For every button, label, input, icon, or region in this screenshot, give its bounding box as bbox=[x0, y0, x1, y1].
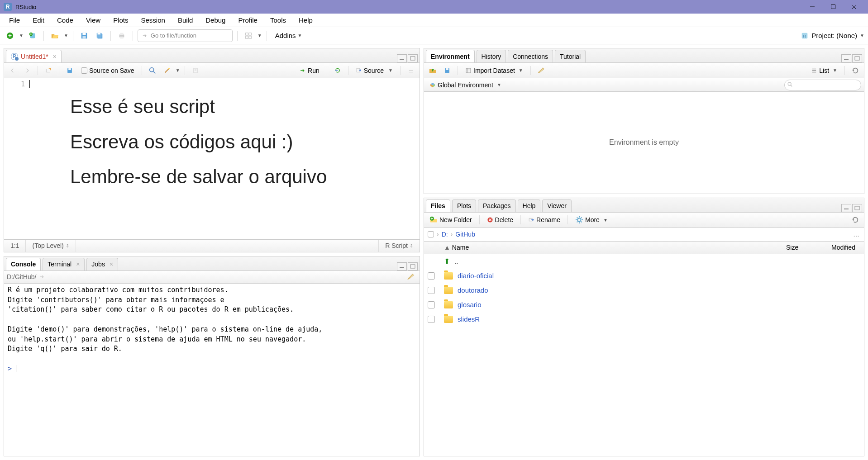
source-on-save-toggle[interactable]: Source on Save bbox=[78, 66, 137, 76]
select-all-checkbox[interactable] bbox=[428, 231, 434, 237]
tab-jobs[interactable]: Jobs× bbox=[86, 258, 118, 270]
pane-minimize-button[interactable] bbox=[841, 54, 851, 62]
load-workspace-button[interactable] bbox=[427, 65, 439, 76]
menu-profile[interactable]: Profile bbox=[232, 14, 264, 26]
close-icon[interactable]: × bbox=[53, 53, 57, 60]
rename-button[interactable]: Rename bbox=[525, 215, 563, 225]
addins-menu[interactable]: Addins▼ bbox=[272, 30, 306, 41]
menu-edit[interactable]: Edit bbox=[26, 14, 51, 26]
save-button[interactable] bbox=[78, 29, 91, 42]
breadcrumb-folder[interactable]: GitHub bbox=[455, 231, 475, 238]
back-button[interactable] bbox=[7, 65, 19, 76]
env-search[interactable] bbox=[784, 80, 861, 90]
pane-minimize-button[interactable] bbox=[397, 54, 407, 62]
tab-files[interactable]: Files bbox=[426, 199, 450, 212]
row-checkbox[interactable] bbox=[428, 316, 435, 323]
language-selector[interactable]: R Script ⇕ bbox=[378, 240, 420, 252]
menu-build[interactable]: Build bbox=[172, 14, 199, 26]
files-row[interactable]: diario-oficial bbox=[424, 269, 864, 283]
tab-environment[interactable]: Environment bbox=[426, 50, 475, 62]
open-file-button[interactable] bbox=[48, 29, 61, 42]
env-scope-menu[interactable]: Global Environment▼ bbox=[427, 80, 504, 90]
pane-maximize-button[interactable] bbox=[852, 54, 862, 62]
wand-button[interactable] bbox=[161, 65, 173, 76]
outline-button[interactable] bbox=[405, 65, 417, 76]
breadcrumb-drive[interactable]: D: bbox=[442, 231, 448, 238]
tab-tutorial[interactable]: Tutorial bbox=[555, 50, 586, 62]
tab-plots[interactable]: Plots bbox=[452, 199, 476, 212]
tab-help[interactable]: Help bbox=[518, 199, 541, 212]
arrow-right-icon[interactable] bbox=[39, 274, 45, 280]
pane-maximize-button[interactable] bbox=[408, 262, 418, 270]
close-icon[interactable]: × bbox=[76, 261, 80, 268]
source-button[interactable]: Source▼ bbox=[353, 66, 396, 76]
pane-maximize-button[interactable] bbox=[852, 204, 862, 212]
code-editor[interactable]: 1 Esse é seu script Escreva os códigos a… bbox=[4, 78, 420, 239]
tab-terminal[interactable]: Terminal× bbox=[43, 258, 85, 270]
scope-selector[interactable]: (Top Level) ⇕ bbox=[26, 240, 76, 252]
row-checkbox[interactable] bbox=[428, 272, 435, 280]
chevron-down-icon[interactable]: ▼ bbox=[176, 68, 180, 73]
chevron-down-icon[interactable]: ▼ bbox=[64, 33, 68, 38]
goto-file-input[interactable]: Go to file/function bbox=[138, 29, 233, 42]
print-button[interactable] bbox=[115, 29, 128, 42]
clear-env-button[interactable] bbox=[535, 65, 547, 76]
refresh-button[interactable] bbox=[849, 65, 861, 76]
tab-packages[interactable]: Packages bbox=[478, 199, 515, 212]
save-all-button[interactable] bbox=[93, 29, 106, 42]
file-name[interactable]: glosario bbox=[458, 301, 482, 308]
files-row[interactable]: slidesR bbox=[424, 312, 864, 327]
window-minimize-button[interactable] bbox=[802, 0, 823, 14]
col-modified[interactable]: Modified bbox=[828, 244, 864, 251]
find-button[interactable] bbox=[147, 65, 158, 76]
tab-viewer[interactable]: Viewer bbox=[542, 199, 572, 212]
chevron-down-icon[interactable]: ▼ bbox=[258, 33, 262, 38]
files-row[interactable]: glosario bbox=[424, 298, 864, 312]
menu-view[interactable]: View bbox=[80, 14, 107, 26]
file-name[interactable]: slidesR bbox=[458, 315, 480, 323]
col-size[interactable]: Size bbox=[782, 244, 828, 251]
new-project-button[interactable] bbox=[26, 29, 39, 42]
notebook-button[interactable] bbox=[190, 65, 201, 76]
clear-console-button[interactable] bbox=[405, 271, 417, 283]
close-icon[interactable]: × bbox=[110, 261, 113, 268]
file-name[interactable]: doutorado bbox=[458, 286, 488, 294]
files-row[interactable]: doutorado bbox=[424, 283, 864, 298]
cursor-position[interactable]: 1:1 bbox=[4, 240, 26, 252]
rerun-button[interactable] bbox=[332, 65, 343, 76]
row-checkbox[interactable] bbox=[428, 287, 435, 294]
menu-file[interactable]: File bbox=[3, 14, 26, 26]
view-mode-menu[interactable]: List▼ bbox=[808, 66, 840, 76]
console-path[interactable]: D:/GitHub/ bbox=[7, 273, 36, 280]
pane-minimize-button[interactable] bbox=[841, 204, 851, 212]
row-checkbox[interactable] bbox=[428, 301, 435, 308]
refresh-files-button[interactable] bbox=[849, 214, 861, 226]
show-in-new-window-button[interactable] bbox=[43, 65, 54, 76]
run-button[interactable]: Run bbox=[297, 66, 322, 76]
tab-history[interactable]: History bbox=[477, 50, 506, 62]
menu-session[interactable]: Session bbox=[135, 14, 172, 26]
chevron-down-icon[interactable]: ▼ bbox=[19, 33, 24, 38]
delete-button[interactable]: Delete bbox=[484, 215, 516, 225]
project-menu[interactable]: R Project: (None) ▼ bbox=[801, 32, 864, 40]
import-dataset-menu[interactable]: Import Dataset▼ bbox=[463, 66, 526, 76]
window-close-button[interactable] bbox=[844, 0, 864, 14]
menu-code[interactable]: Code bbox=[51, 14, 80, 26]
save-file-button[interactable] bbox=[64, 65, 76, 76]
col-name[interactable]: ▲Name bbox=[440, 244, 782, 251]
env-search-input[interactable] bbox=[784, 80, 861, 90]
new-file-button[interactable] bbox=[4, 29, 16, 42]
file-name[interactable]: diario-oficial bbox=[458, 272, 494, 280]
window-maximize-button[interactable] bbox=[823, 0, 844, 14]
source-tab-untitled1[interactable]: R Untitled1* × bbox=[6, 50, 62, 62]
console-output[interactable]: R é um projeto colaborativo com muitos c… bbox=[4, 284, 420, 456]
save-workspace-button[interactable] bbox=[441, 65, 453, 76]
pane-minimize-button[interactable] bbox=[397, 262, 407, 270]
forward-button[interactable] bbox=[21, 65, 33, 76]
more-menu[interactable]: More▼ bbox=[572, 214, 610, 225]
menu-tools[interactable]: Tools bbox=[264, 14, 292, 26]
pane-maximize-button[interactable] bbox=[408, 54, 418, 62]
breadcrumb-more[interactable]: … bbox=[853, 231, 860, 238]
grid-button[interactable] bbox=[242, 29, 255, 42]
menu-debug[interactable]: Debug bbox=[199, 14, 232, 26]
